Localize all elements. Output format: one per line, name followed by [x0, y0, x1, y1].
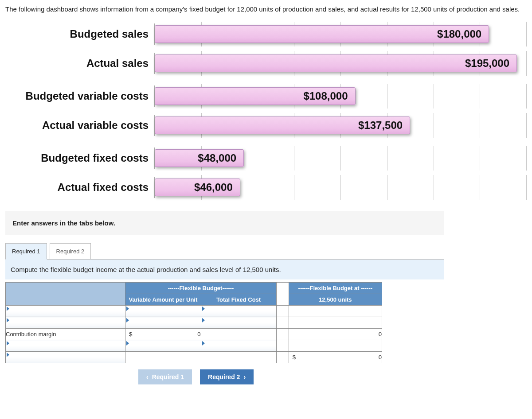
amount-input[interactable] — [125, 317, 201, 329]
tabs: Required 1 Required 2 — [5, 243, 527, 259]
chart-bar-value: $195,000 — [465, 57, 509, 70]
header-flex-budget-at: ------Flexible Budget at ------ — [289, 283, 382, 294]
nav-buttons: ‹ Required 1 Required 2 › — [138, 369, 527, 384]
chart-row: Actual variable costs$137,500 — [5, 115, 527, 136]
chart-bar-value: $48,000 — [198, 152, 236, 164]
next-button[interactable]: Required 2 › — [200, 369, 254, 384]
prev-button[interactable]: ‹ Required 1 — [138, 369, 192, 384]
chart-bar: $195,000 — [155, 54, 517, 72]
tab-required-1[interactable]: Required 1 — [5, 243, 47, 260]
amount-input[interactable] — [201, 317, 276, 329]
contribution-margin-text: Contribution margin — [6, 331, 56, 338]
chart-track: $195,000 — [154, 53, 527, 74]
flex-budget-cell — [289, 317, 382, 329]
table-row — [6, 317, 382, 329]
instruction-text: Compute the flexible budget income at th… — [5, 259, 444, 279]
amount-input[interactable] — [201, 340, 276, 352]
flex-budget-cell — [289, 306, 382, 317]
chart-row: Budgeted variable costs$108,000 — [5, 85, 527, 107]
chart-category-label: Budgeted variable costs — [5, 90, 154, 102]
next-label: Required 2 — [208, 373, 240, 380]
table-row: $ 0 — [6, 352, 382, 363]
desc-input[interactable] — [6, 317, 125, 329]
answer-prompt: Enter answers in the tabs below. — [5, 211, 444, 235]
chart-bar-value: $46,000 — [194, 181, 233, 194]
flex-budget-readonly: 0 — [289, 329, 382, 340]
chevron-left-icon: ‹ — [146, 373, 149, 380]
chart-category-label: Budgeted fixed costs — [5, 152, 154, 164]
flex-budget-cell — [289, 340, 382, 352]
chart-track: $137,500 — [154, 115, 527, 136]
chart-bar: $48,000 — [155, 149, 244, 167]
chevron-right-icon: › — [243, 373, 246, 380]
chart-bar: $180,000 — [155, 25, 489, 43]
intro-text: The following dashboard shows informatio… — [5, 4, 527, 14]
total-fixed-readonly — [201, 329, 276, 340]
chart-row: Actual sales$195,000 — [5, 53, 527, 74]
chart-track: $180,000 — [154, 23, 527, 45]
chart-row: Budgeted sales$180,000 — [5, 23, 527, 45]
total-fixed-readonly — [201, 352, 276, 363]
desc-input[interactable] — [6, 352, 125, 363]
chart-bar-value: $180,000 — [437, 28, 481, 40]
tab-required-2[interactable]: Required 2 — [50, 243, 91, 260]
chart-row: Budgeted fixed costs$48,000 — [5, 147, 527, 169]
desc-input[interactable] — [6, 306, 125, 317]
header-variable-amount: Variable Amount per Unit — [125, 294, 201, 306]
currency-symbol: $ — [129, 331, 132, 338]
chart-bar: $137,500 — [155, 116, 410, 134]
chart-bar: $108,000 — [155, 87, 356, 105]
header-flex-budget: ------Flexible Budget------ — [125, 283, 276, 294]
chart-track: $48,000 — [154, 147, 527, 169]
header-blank — [6, 283, 125, 306]
chart-track: $108,000 — [154, 85, 527, 107]
chart-category-label: Actual fixed costs — [5, 181, 154, 194]
bar-chart: Budgeted sales$180,000Actual sales$195,0… — [5, 23, 527, 198]
prev-label: Required 1 — [152, 373, 184, 380]
zero-value: 0 — [197, 331, 200, 338]
amount-input[interactable] — [125, 306, 201, 317]
chart-track: $46,000 — [154, 177, 527, 198]
variable-amount-readonly — [125, 352, 201, 363]
chart-bar-value: $137,500 — [358, 119, 403, 132]
chart-bar-value: $108,000 — [303, 90, 348, 102]
desc-input[interactable] — [6, 340, 125, 352]
chart-bar: $46,000 — [155, 178, 240, 196]
amount-input[interactable] — [201, 306, 276, 317]
chart-category-label: Budgeted sales — [5, 28, 154, 40]
chart-category-label: Actual sales — [5, 57, 154, 70]
contribution-margin-label: Contribution margin — [6, 329, 125, 340]
zero-value: 0 — [379, 354, 382, 361]
amount-input[interactable] — [125, 340, 201, 352]
table-row — [6, 340, 382, 352]
chart-category-label: Actual variable costs — [5, 119, 154, 132]
chart-row: Actual fixed costs$46,000 — [5, 177, 527, 198]
flex-budget-readonly: $ 0 — [289, 352, 382, 363]
header-units: 12,500 units — [289, 294, 382, 306]
worksheet-table: ------Flexible Budget------ ------Flexib… — [5, 282, 382, 363]
zero-value: 0 — [379, 331, 382, 338]
header-total-fixed: Total Fixed Cost — [201, 294, 276, 306]
table-row — [6, 306, 382, 317]
table-row: Contribution margin $ 0 0 — [6, 329, 382, 340]
variable-amount-readonly: $ 0 — [125, 329, 201, 340]
currency-symbol: $ — [293, 354, 296, 361]
